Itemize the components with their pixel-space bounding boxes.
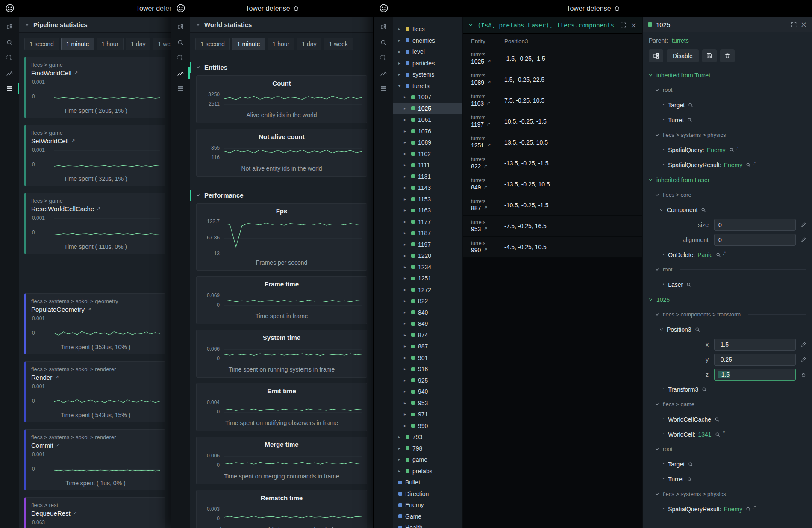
chevron-right-icon[interactable]: ▸ — [398, 38, 403, 43]
chevron-right-icon[interactable]: ▸ — [404, 106, 408, 111]
open-link-icon[interactable]: ↗ — [483, 163, 487, 169]
module-path-header[interactable]: flecs > systems > physics — [643, 487, 812, 501]
select-entity-icon[interactable] — [5, 53, 14, 62]
tree-view-button[interactable] — [649, 49, 663, 62]
field-size-input[interactable] — [714, 219, 796, 231]
open-link-icon[interactable]: ↗ — [97, 206, 100, 212]
field-alignment-input[interactable] — [714, 234, 796, 246]
time-range-1-hour[interactable]: 1 hour — [97, 38, 124, 50]
query-result-row[interactable]: turrets822↗-13.5, -0.25, -1.5 — [463, 153, 642, 174]
chevron-right-icon[interactable]: ▸ — [404, 208, 408, 212]
tree-item-1153[interactable]: ▸1153 — [393, 194, 462, 205]
open-link-icon[interactable]: ↗ — [487, 80, 491, 85]
time-range-1-week[interactable]: 1 week — [324, 38, 353, 50]
chevron-right-icon[interactable]: ▸ — [404, 186, 408, 190]
tree-item-1143[interactable]: ▸1143 — [393, 182, 462, 194]
table-view-icon[interactable] — [176, 84, 185, 93]
open-link-icon[interactable]: ↗ — [486, 100, 490, 106]
chevron-right-icon[interactable]: ▸ — [398, 457, 403, 462]
tree-item-1251[interactable]: ▸1251 — [393, 273, 462, 284]
inspector-section-1025[interactable]: 1025 — [643, 292, 812, 307]
inspector-section-inherited-from-laser[interactable]: inherited from Laser — [643, 172, 812, 187]
query-result-row[interactable]: turrets1251↗13.5, -0.25, 10.5 — [463, 132, 642, 153]
tree-item-849[interactable]: ▸849 — [393, 318, 462, 330]
tree-item-flecs[interactable]: ▸flecs — [393, 24, 462, 35]
open-link-icon[interactable]: ↗ — [87, 307, 91, 312]
field-z-input[interactable]: -1.5 — [714, 369, 796, 381]
chevron-right-icon[interactable]: ▸ — [404, 333, 408, 337]
open-link-icon[interactable]: ↗ — [483, 226, 487, 232]
open-link-icon[interactable]: ↗ — [487, 59, 491, 64]
chevron-right-icon[interactable]: ▸ — [404, 424, 408, 428]
tree-item-916[interactable]: ▸916 — [393, 363, 462, 375]
tree-item-1197[interactable]: ▸1197 — [393, 239, 462, 251]
chevron-right-icon[interactable]: ▸ — [404, 276, 408, 280]
open-link-icon[interactable]: ↗ — [74, 70, 78, 76]
time-range-1-second[interactable]: 1 second — [195, 38, 230, 50]
trash-icon[interactable] — [294, 6, 299, 11]
tree-item-game[interactable]: ▸game — [393, 454, 462, 466]
tree-item-1025[interactable]: ▸1025 — [393, 103, 462, 115]
save-button[interactable] — [702, 49, 717, 62]
chevron-right-icon[interactable]: ▸ — [404, 367, 408, 371]
query-result-row[interactable]: turrets887↗-10.5, -0.25, -1.5 — [463, 195, 642, 216]
query-result-row[interactable]: turrets1197↗10.5, -0.25, -1.5 — [463, 111, 642, 132]
magnifier-icon[interactable] — [702, 387, 707, 392]
tree-item-925[interactable]: ▸925 — [393, 375, 462, 386]
module-path-header[interactable]: flecs > systems > physics — [643, 127, 812, 142]
chevron-right-icon[interactable]: ▸ — [398, 50, 403, 54]
component-value-link[interactable]: Panic — [697, 251, 712, 258]
tree-item-840[interactable]: ▸840 — [393, 307, 462, 319]
magnifier-icon[interactable] — [701, 207, 706, 212]
tree-item-Game[interactable]: Game — [393, 511, 462, 522]
edit-icon[interactable] — [801, 342, 806, 347]
tree-item-822[interactable]: ▸822 — [393, 295, 462, 307]
tree-item-887[interactable]: ▸887 — [393, 341, 462, 352]
chevron-right-icon[interactable]: ▸ — [404, 140, 408, 145]
tree-item-901[interactable]: ▸901 — [393, 352, 462, 364]
query-result-row[interactable]: turrets990↗-4.5, -0.25, 10.5 — [463, 237, 642, 258]
time-range-1-week[interactable]: 1 week — [153, 38, 171, 50]
field-x-input[interactable] — [714, 339, 796, 351]
chevron-right-icon[interactable]: ▸ — [404, 299, 408, 303]
tree-item-enemies[interactable]: ▸enemies — [393, 35, 462, 47]
time-range-1-day[interactable]: 1 day — [297, 38, 321, 50]
section-header-entities[interactable]: Entities — [190, 59, 373, 75]
select-entity-icon[interactable] — [379, 53, 388, 62]
chevron-right-icon[interactable]: ▸ — [404, 220, 408, 224]
chevron-right-icon[interactable]: ▸ — [398, 446, 403, 451]
chevron-right-icon[interactable]: ▸ — [404, 197, 408, 201]
module-path-header[interactable]: root — [643, 442, 812, 457]
time-range-1-second[interactable]: 1 second — [24, 38, 59, 50]
module-path-header[interactable]: flecs > components > transform — [643, 307, 812, 322]
table-view-icon[interactable] — [5, 84, 14, 93]
chevron-down-icon[interactable] — [659, 207, 664, 212]
chevron-right-icon[interactable]: ▸ — [404, 163, 408, 167]
chevron-right-icon[interactable]: ▸ — [404, 310, 408, 315]
chevron-right-icon[interactable]: ▸ — [398, 72, 403, 77]
chevron-right-icon[interactable]: ▸ — [404, 174, 408, 179]
tree-item-1089[interactable]: ▸1089 — [393, 137, 462, 148]
edit-icon[interactable] — [801, 237, 806, 242]
chevron-right-icon[interactable]: ▸ — [398, 469, 403, 473]
tree-item-prefabs[interactable]: ▸prefabs — [393, 466, 462, 477]
chevron-right-icon[interactable]: ▸ — [404, 288, 408, 292]
component-value-link[interactable]: Enemy — [724, 162, 743, 168]
tree-item-Direction[interactable]: Direction — [393, 488, 462, 500]
tree-item-level[interactable]: ▸level — [393, 46, 462, 58]
query-result-row[interactable]: turrets849↗-13.5, -0.25, 10.5 — [463, 174, 642, 195]
open-link-icon[interactable]: ↗ — [483, 205, 487, 211]
time-range-1-day[interactable]: 1 day — [126, 38, 150, 50]
tree-item-turrets[interactable]: ▾turrets — [393, 80, 462, 92]
tree-item-940[interactable]: ▸940 — [393, 386, 462, 398]
chart-view-icon[interactable] — [176, 68, 185, 78]
query-result-row[interactable]: turrets953↗-7.5, -0.25, 16.5 — [463, 216, 642, 237]
expand-icon[interactable] — [791, 22, 797, 27]
chart-view-icon[interactable] — [5, 68, 14, 78]
tree-item-1061[interactable]: ▸1061 — [393, 114, 462, 126]
open-link-icon[interactable]: ↗ — [55, 375, 59, 380]
magnifier-icon[interactable] — [688, 103, 693, 108]
query-result-row[interactable]: turrets1089↗1.5, -0.25, 22.5 — [463, 69, 642, 90]
tree-item-793[interactable]: ▸793 — [393, 431, 462, 443]
select-entity-icon[interactable] — [176, 53, 185, 62]
